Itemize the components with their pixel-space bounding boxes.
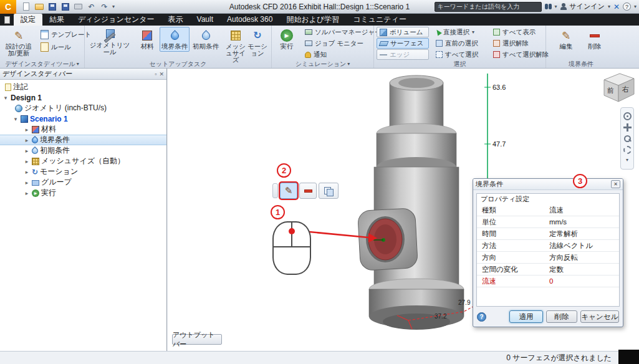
save-as-icon[interactable] bbox=[60, 1, 70, 12]
expander-icon[interactable]: ▸ bbox=[24, 137, 30, 143]
initial-conditions-button[interactable]: 初期条件 bbox=[191, 27, 221, 52]
tab-get-started[interactable]: 開始および学習 bbox=[279, 14, 346, 26]
navbar-more-icon[interactable]: ▾ bbox=[626, 157, 628, 165]
tab-autodesk-360[interactable]: Autodesk 360 bbox=[220, 14, 279, 26]
user-icon[interactable] bbox=[560, 3, 567, 10]
search-options-icon[interactable]: ▾ bbox=[555, 4, 557, 9]
search-input[interactable] bbox=[435, 3, 541, 10]
cancel-button[interactable]: キャンセル bbox=[580, 310, 619, 323]
exchange-apps-icon[interactable]: ✕ bbox=[613, 2, 620, 11]
property-row-direction[interactable]: 方向 方向反転 bbox=[477, 252, 619, 264]
document-icon[interactable] bbox=[0, 14, 14, 26]
tab-view[interactable]: 表示 bbox=[161, 14, 190, 26]
view-cube-front-label[interactable]: 前 bbox=[607, 87, 614, 94]
group-label-simulation[interactable]: シミュレーション ▾ bbox=[272, 60, 373, 68]
tree-item-notes[interactable]: 注記 bbox=[0, 82, 166, 92]
remove-condition-button[interactable] bbox=[299, 183, 317, 199]
show-all-button[interactable]: すべて表示 bbox=[490, 27, 539, 37]
rule-button[interactable]: ルール bbox=[37, 42, 74, 52]
property-row-type[interactable]: 種類 流速 bbox=[477, 204, 619, 216]
tree-item-design-1[interactable]: ▾ Design 1 bbox=[0, 92, 166, 103]
steering-wheel-icon[interactable] bbox=[623, 112, 632, 120]
tab-vault[interactable]: Vault bbox=[190, 14, 220, 26]
sign-in-label[interactable]: サインイン bbox=[570, 2, 605, 11]
tree-item-groups[interactable]: ▸ グループ bbox=[0, 177, 166, 188]
dialog-title-bar[interactable]: 境界条件 ✕ bbox=[473, 179, 623, 190]
add-update-design-button[interactable]: ✎ 設計の追加/更新 bbox=[2, 27, 36, 59]
deselect-all-button[interactable]: すべて選択解除 bbox=[490, 49, 552, 60]
redo-icon[interactable]: ↷ bbox=[99, 1, 110, 12]
output-bar-button[interactable]: アウトプットバー bbox=[172, 334, 222, 345]
tree-item-scenario-1[interactable]: ▾ Scenario 1 bbox=[0, 113, 166, 124]
delete-condition-button[interactable]: 削除 bbox=[546, 310, 577, 323]
expander-icon[interactable]: ▸ bbox=[24, 190, 30, 196]
expander-icon[interactable]: ▸ bbox=[24, 158, 30, 165]
job-monitor-button[interactable]: ジョブ モニター bbox=[302, 38, 367, 49]
qat-customize-icon[interactable]: ▾ bbox=[112, 4, 115, 9]
design-study-bar-header[interactable]: デザインスタディバー ▫ ✕ bbox=[0, 69, 166, 80]
new-document-icon[interactable] bbox=[21, 1, 31, 12]
delete-button[interactable]: 削除 bbox=[582, 27, 607, 52]
property-value[interactable]: 0 bbox=[547, 277, 553, 285]
tree-item-run[interactable]: ▸ ▶ 実行 bbox=[0, 188, 166, 198]
property-row-time[interactable]: 時間 定常解析 bbox=[477, 228, 619, 240]
tab-results[interactable]: 結果 bbox=[42, 14, 71, 26]
expander-icon[interactable]: ▾ bbox=[12, 116, 19, 122]
print-icon[interactable] bbox=[73, 1, 84, 12]
open-folder-icon[interactable] bbox=[34, 1, 44, 12]
dialog-help-button[interactable]: ? bbox=[477, 312, 486, 322]
search-box[interactable] bbox=[435, 2, 542, 12]
property-value[interactable]: 定数 bbox=[547, 265, 564, 274]
tab-decision-center[interactable]: ディシジョンセンター bbox=[71, 14, 161, 26]
direct-selection-button[interactable]: 直接選択 ▾ bbox=[433, 27, 478, 37]
expander-icon[interactable]: ▸ bbox=[24, 148, 30, 154]
panel-close-icon[interactable]: ✕ bbox=[159, 71, 164, 77]
orbit-icon[interactable] bbox=[623, 146, 632, 154]
solver-manager-button[interactable]: ソルバーマネージャー bbox=[302, 27, 385, 37]
tree-item-materials[interactable]: ▸ 材料 bbox=[0, 124, 166, 135]
select-all-button[interactable]: すべて選択 bbox=[433, 49, 481, 60]
material-button[interactable]: 材料 bbox=[136, 27, 158, 52]
zoom-icon[interactable] bbox=[623, 135, 632, 143]
property-value[interactable]: mm/s bbox=[547, 218, 567, 226]
expander-icon[interactable]: ▸ bbox=[24, 180, 30, 186]
previous-selection-button[interactable]: 直前の選択 bbox=[433, 38, 481, 49]
edit-button[interactable]: ✎ 編集 bbox=[554, 27, 579, 52]
tab-setup[interactable]: 設定 bbox=[14, 14, 42, 26]
tree-item-geometry[interactable]: ジオメトリ (inch-BTU/s) bbox=[0, 103, 166, 113]
tree-item-initial-conditions[interactable]: ▸ 初期条件 bbox=[0, 145, 166, 156]
pan-icon[interactable] bbox=[623, 123, 632, 132]
property-row-flow-velocity[interactable]: 流速 0 bbox=[477, 275, 619, 287]
sign-in-dropdown-icon[interactable]: ▾ bbox=[608, 4, 610, 9]
view-cube[interactable]: 前 右 bbox=[604, 74, 634, 102]
edit-condition-button[interactable]: ✎ bbox=[280, 183, 297, 199]
run-button[interactable]: ▶ 実行 bbox=[274, 27, 299, 52]
property-value[interactable]: 定常解析 bbox=[547, 229, 578, 239]
help-icon[interactable]: ? bbox=[623, 2, 631, 11]
undo-icon[interactable]: ↶ bbox=[86, 1, 97, 12]
property-row-unit[interactable]: 単位 mm/s bbox=[477, 216, 619, 228]
dialog-close-icon[interactable]: ✕ bbox=[611, 180, 620, 188]
geometry-tools-button[interactable]: ジオメトリツール bbox=[86, 27, 133, 57]
property-row-method[interactable]: 方法 法線ベクトル bbox=[477, 240, 619, 252]
property-row-spatial-variation[interactable]: 空間の変化 定数 bbox=[477, 264, 619, 275]
group-label-design-study-tools[interactable]: デザインスタディツール ▾ bbox=[0, 60, 84, 68]
expander-icon[interactable]: ▸ bbox=[24, 127, 30, 133]
expander-icon[interactable]: ▾ bbox=[2, 95, 9, 101]
tree-item-motion[interactable]: ▸ ↻ モーション bbox=[0, 166, 166, 177]
valve-model[interactable] bbox=[358, 75, 464, 330]
notification-button[interactable]: 通知 bbox=[302, 49, 330, 60]
deselect-button[interactable]: 選択解除 bbox=[490, 38, 532, 49]
boundary-conditions-button[interactable]: 境界条件 bbox=[160, 27, 190, 52]
expander-icon[interactable]: ▸ bbox=[24, 169, 30, 175]
tree-item-mesh-size[interactable]: ▸ メッシュサイズ（自動） bbox=[0, 156, 166, 166]
tree-item-boundary-conditions[interactable]: ▸ 境界条件 bbox=[0, 135, 166, 145]
select-volume-button[interactable]: ボリューム bbox=[377, 27, 429, 37]
property-value[interactable]: 方向反転 bbox=[547, 253, 578, 262]
help-dropdown-icon[interactable]: ▾ bbox=[634, 4, 637, 9]
save-icon[interactable] bbox=[47, 1, 57, 12]
tab-community[interactable]: コミュニティー bbox=[346, 14, 413, 26]
apply-button[interactable]: 適用 bbox=[509, 310, 543, 323]
search-binoculars-icon[interactable] bbox=[545, 4, 552, 9]
select-surface-button[interactable]: サーフェス bbox=[377, 38, 429, 49]
